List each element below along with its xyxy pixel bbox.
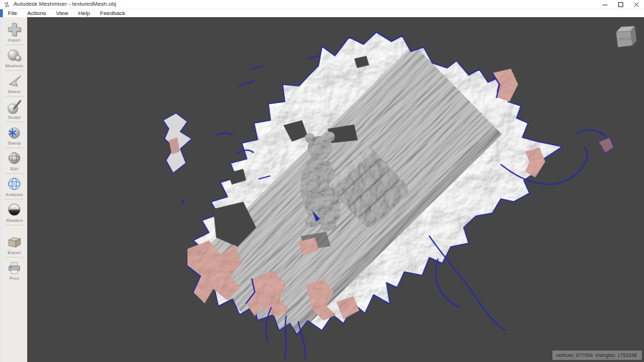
toolbar-separator	[5, 173, 24, 174]
toolbar-separator	[5, 70, 24, 71]
sculpt-brush-icon	[6, 99, 22, 114]
shaders-sphere-icon	[6, 202, 22, 217]
toolbar-item-sculpt[interactable]: Sculpt	[1, 98, 27, 120]
toolbar-item-shaders[interactable]: Shaders	[1, 201, 27, 223]
toolbar-separator	[5, 44, 24, 45]
toolbar-separator	[5, 96, 24, 97]
toolbar-item-edit[interactable]: Edit	[1, 150, 27, 172]
toolbar-item-label: Shaders	[6, 218, 23, 222]
meshmix-sphere-icon	[6, 47, 22, 63]
close-icon	[633, 1, 640, 8]
import-plus-icon	[6, 21, 22, 37]
toolbar-item-label: Print	[9, 276, 19, 280]
export-box-icon	[6, 234, 22, 250]
toolbar-item-label: Export	[8, 250, 21, 255]
nav-view-cube[interactable]: FRONT	[611, 24, 638, 52]
toolbar-separator	[5, 199, 24, 200]
toolbar-item-label: Edit	[10, 167, 18, 171]
toolbar-item-label: Analysis	[6, 192, 23, 197]
toolbar-separator	[5, 147, 24, 148]
window-title: Autodesk Meshmixer - texturedMesh.obj	[14, 0, 116, 9]
minimize-button[interactable]	[597, 0, 613, 9]
toolbar-item-label: Select	[8, 89, 21, 94]
maximize-button[interactable]	[613, 0, 628, 9]
meshmixer-logo-icon	[4, 1, 10, 8]
toolbar-item-label: Import	[8, 38, 21, 42]
toolbar-item-label: Stamp	[8, 141, 21, 145]
menu-view[interactable]: View	[51, 9, 73, 18]
toolbar-separator	[5, 225, 24, 225]
menu-file[interactable]: File	[3, 9, 22, 18]
toolbar-item-analysis[interactable]: Analysis	[1, 175, 27, 197]
triangles-label: triangles:	[595, 353, 615, 358]
titlebar: Autodesk Meshmixer - texturedMesh.obj	[0, 0, 644, 9]
toolbar-item-print[interactable]: Print	[1, 259, 27, 281]
menu-feedback[interactable]: Feedback	[95, 9, 130, 18]
toolbar-item-stamp[interactable]: Stamp	[1, 124, 27, 146]
mesh-3d-model[interactable]	[27, 17, 644, 362]
meshmixer-window: Autodesk Meshmixer - texturedMesh.obj Fi…	[0, 0, 644, 362]
stamp-star-icon	[6, 124, 22, 140]
menu-actions[interactable]: Actions	[22, 9, 51, 18]
edit-wireframe-icon	[6, 150, 22, 166]
vertices-count: 877054	[576, 353, 592, 358]
toolbar-separator	[5, 257, 24, 258]
mesh-stats-readout: vertices:877054 triangles:1753398	[552, 351, 642, 360]
toolbar-item-meshmix[interactable]: Meshmix	[1, 47, 27, 69]
select-arrow-icon	[6, 73, 22, 89]
toolbar-item-export[interactable]: Export	[1, 233, 27, 255]
close-button[interactable]	[628, 0, 644, 9]
print-printer-icon	[6, 260, 22, 275]
toolbar-item-label: Sculpt	[8, 115, 21, 119]
stray-vertex-dot	[182, 200, 185, 203]
maximize-icon	[618, 1, 624, 8]
toolbar-item-import[interactable]: Import	[1, 21, 27, 43]
vertices-label: vertices:	[556, 353, 575, 358]
toolbar-item-label: Meshmix	[5, 64, 23, 68]
triangles-count: 1753398	[618, 353, 637, 358]
toolbar-separator	[5, 122, 24, 122]
toolbar-item-select[interactable]: Select	[1, 72, 27, 94]
menubar: File Actions View Help Feedback	[0, 9, 644, 17]
menu-help[interactable]: Help	[73, 9, 94, 18]
minimize-icon	[602, 1, 608, 8]
left-toolbar: Import Meshmix Select	[0, 17, 27, 362]
viewport-3d[interactable]: FRONT vertices:877054 triangles:1753398	[27, 17, 644, 362]
analysis-lattice-icon	[6, 176, 22, 192]
window-controls	[597, 0, 644, 9]
